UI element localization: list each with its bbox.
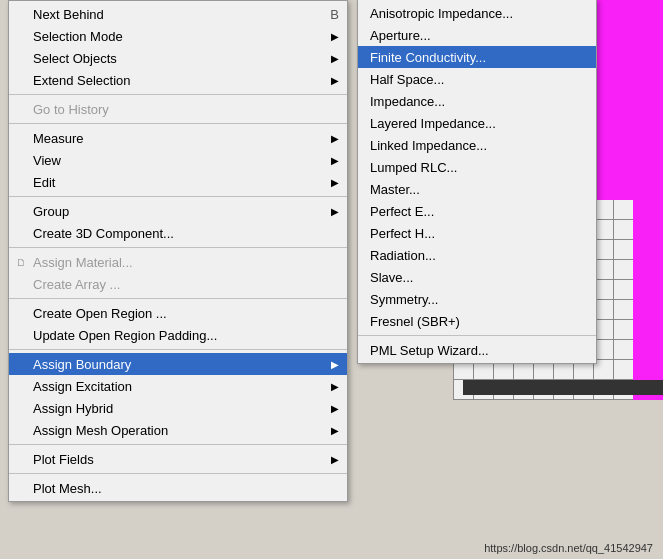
menu-label-extend-selection: Extend Selection bbox=[33, 73, 131, 88]
menu-label-view: View bbox=[33, 153, 61, 168]
submenu-item-impedance[interactable]: Impedance... bbox=[358, 90, 596, 112]
menu-label-assign-excitation: Assign Excitation bbox=[33, 379, 132, 394]
separator-7 bbox=[9, 444, 347, 445]
separator-5 bbox=[9, 298, 347, 299]
arrow-icon-assign-mesh-operation: ▶ bbox=[331, 425, 339, 436]
submenu-label-finite-conductivity: Finite Conductivity... bbox=[370, 50, 486, 65]
separator-6 bbox=[9, 349, 347, 350]
arrow-icon-group: ▶ bbox=[331, 206, 339, 217]
menu-item-go-to-history: Go to History bbox=[9, 98, 347, 120]
submenu-label-perfect-h: Perfect H... bbox=[370, 226, 435, 241]
context-menu: Next Behind B Selection Mode ▶ Select Ob… bbox=[8, 0, 348, 502]
submenu-label-symmetry: Symmetry... bbox=[370, 292, 438, 307]
submenu-item-pml-setup[interactable]: PML Setup Wizard... bbox=[358, 339, 596, 361]
arrow-icon-extend-selection: ▶ bbox=[331, 75, 339, 86]
submenu-item-fresnel[interactable]: Fresnel (SBR+) bbox=[358, 310, 596, 332]
menu-item-group[interactable]: Group ▶ bbox=[9, 200, 347, 222]
submenu-item-linked-impedance[interactable]: Linked Impedance... bbox=[358, 134, 596, 156]
menu-label-select-objects: Select Objects bbox=[33, 51, 117, 66]
menu-item-create-3d-component[interactable]: Create 3D Component... bbox=[9, 222, 347, 244]
arrow-icon-assign-excitation: ▶ bbox=[331, 381, 339, 392]
submenu-label-aperture: Aperture... bbox=[370, 28, 431, 43]
menu-label-create-open-region: Create Open Region ... bbox=[33, 306, 167, 321]
separator-1 bbox=[9, 94, 347, 95]
menu-label-measure: Measure bbox=[33, 131, 84, 146]
submenu-item-lumped-rlc[interactable]: Lumped RLC... bbox=[358, 156, 596, 178]
page-icon: 🗋 bbox=[13, 257, 29, 268]
submenu-item-slave[interactable]: Slave... bbox=[358, 266, 596, 288]
menu-item-assign-excitation[interactable]: Assign Excitation ▶ bbox=[9, 375, 347, 397]
arrow-icon-measure: ▶ bbox=[331, 133, 339, 144]
menu-label-assign-material: Assign Material... bbox=[33, 255, 133, 270]
menu-item-measure[interactable]: Measure ▶ bbox=[9, 127, 347, 149]
menu-label-assign-hybrid: Assign Hybrid bbox=[33, 401, 113, 416]
submenu-label-lumped-rlc: Lumped RLC... bbox=[370, 160, 457, 175]
submenu-item-half-space[interactable]: Half Space... bbox=[358, 68, 596, 90]
submenu-item-radiation[interactable]: Radiation... bbox=[358, 244, 596, 266]
menu-label-edit: Edit bbox=[33, 175, 55, 190]
arrow-icon-plot-fields: ▶ bbox=[331, 454, 339, 465]
menu-item-edit[interactable]: Edit ▶ bbox=[9, 171, 347, 193]
submenu-item-perfect-e[interactable]: Perfect E... bbox=[358, 200, 596, 222]
menu-label-assign-boundary: Assign Boundary bbox=[33, 357, 131, 372]
menu-item-update-open-region[interactable]: Update Open Region Padding... bbox=[9, 324, 347, 346]
submenu-item-perfect-h[interactable]: Perfect H... bbox=[358, 222, 596, 244]
submenu-label-fresnel: Fresnel (SBR+) bbox=[370, 314, 460, 329]
menu-item-plot-mesh[interactable]: Plot Mesh... bbox=[9, 477, 347, 499]
menu-item-view[interactable]: View ▶ bbox=[9, 149, 347, 171]
separator-4 bbox=[9, 247, 347, 248]
submenu-item-master[interactable]: Master... bbox=[358, 178, 596, 200]
menu-label-plot-mesh: Plot Mesh... bbox=[33, 481, 102, 496]
separator-3 bbox=[9, 196, 347, 197]
menu-label-next-behind: Next Behind bbox=[33, 7, 104, 22]
url-text: https://blog.csdn.net/qq_41542947 bbox=[484, 542, 653, 554]
submenu-label-radiation: Radiation... bbox=[370, 248, 436, 263]
menu-label-create-3d-component: Create 3D Component... bbox=[33, 226, 174, 241]
arrow-icon-view: ▶ bbox=[331, 155, 339, 166]
arrow-icon-edit: ▶ bbox=[331, 177, 339, 188]
arrow-icon-assign-hybrid: ▶ bbox=[331, 403, 339, 414]
menu-label-create-array: Create Array ... bbox=[33, 277, 120, 292]
menu-item-next-behind[interactable]: Next Behind B bbox=[9, 3, 347, 25]
submenu-label-half-space: Half Space... bbox=[370, 72, 444, 87]
submenu-label-pml-setup: PML Setup Wizard... bbox=[370, 343, 489, 358]
bg-black-bar bbox=[463, 380, 663, 395]
submenu-item-layered-impedance[interactable]: Layered Impedance... bbox=[358, 112, 596, 134]
submenu-label-perfect-e: Perfect E... bbox=[370, 204, 434, 219]
separator-8 bbox=[9, 473, 347, 474]
menu-item-assign-boundary[interactable]: Assign Boundary ▶ bbox=[9, 353, 347, 375]
submenu-item-finite-conductivity[interactable]: Finite Conductivity... bbox=[358, 46, 596, 68]
menu-item-create-open-region[interactable]: Create Open Region ... bbox=[9, 302, 347, 324]
submenu-label-impedance: Impedance... bbox=[370, 94, 445, 109]
submenu-label-master: Master... bbox=[370, 182, 420, 197]
menu-item-create-array: Create Array ... bbox=[9, 273, 347, 295]
menu-item-select-objects[interactable]: Select Objects ▶ bbox=[9, 47, 347, 69]
submenu-label-anisotropic-impedance: Anisotropic Impedance... bbox=[370, 6, 513, 21]
menu-label-selection-mode: Selection Mode bbox=[33, 29, 123, 44]
submenu-separator-pml bbox=[358, 335, 596, 336]
submenu-item-aperture[interactable]: Aperture... bbox=[358, 24, 596, 46]
submenu-label-linked-impedance: Linked Impedance... bbox=[370, 138, 487, 153]
arrow-icon-assign-boundary: ▶ bbox=[331, 359, 339, 370]
menu-item-extend-selection[interactable]: Extend Selection ▶ bbox=[9, 69, 347, 91]
submenu-label-slave: Slave... bbox=[370, 270, 413, 285]
arrow-icon-selection-mode: ▶ bbox=[331, 31, 339, 42]
separator-2 bbox=[9, 123, 347, 124]
menu-label-assign-mesh-operation: Assign Mesh Operation bbox=[33, 423, 168, 438]
assign-boundary-submenu: Anisotropic Impedance... Aperture... Fin… bbox=[357, 0, 597, 364]
menu-item-assign-mesh-operation[interactable]: Assign Mesh Operation ▶ bbox=[9, 419, 347, 441]
menu-item-assign-material: 🗋 Assign Material... bbox=[9, 251, 347, 273]
url-bar: https://blog.csdn.net/qq_41542947 bbox=[484, 542, 653, 554]
menu-label-group: Group bbox=[33, 204, 69, 219]
menu-label-plot-fields: Plot Fields bbox=[33, 452, 94, 467]
submenu-label-layered-impedance: Layered Impedance... bbox=[370, 116, 496, 131]
menu-label-update-open-region: Update Open Region Padding... bbox=[33, 328, 217, 343]
menu-label-go-to-history: Go to History bbox=[33, 102, 109, 117]
submenu-item-anisotropic-impedance[interactable]: Anisotropic Impedance... bbox=[358, 2, 596, 24]
menu-item-assign-hybrid[interactable]: Assign Hybrid ▶ bbox=[9, 397, 347, 419]
arrow-icon-select-objects: ▶ bbox=[331, 53, 339, 64]
submenu-item-symmetry[interactable]: Symmetry... bbox=[358, 288, 596, 310]
shortcut-next-behind: B bbox=[330, 7, 339, 22]
menu-item-selection-mode[interactable]: Selection Mode ▶ bbox=[9, 25, 347, 47]
menu-item-plot-fields[interactable]: Plot Fields ▶ bbox=[9, 448, 347, 470]
